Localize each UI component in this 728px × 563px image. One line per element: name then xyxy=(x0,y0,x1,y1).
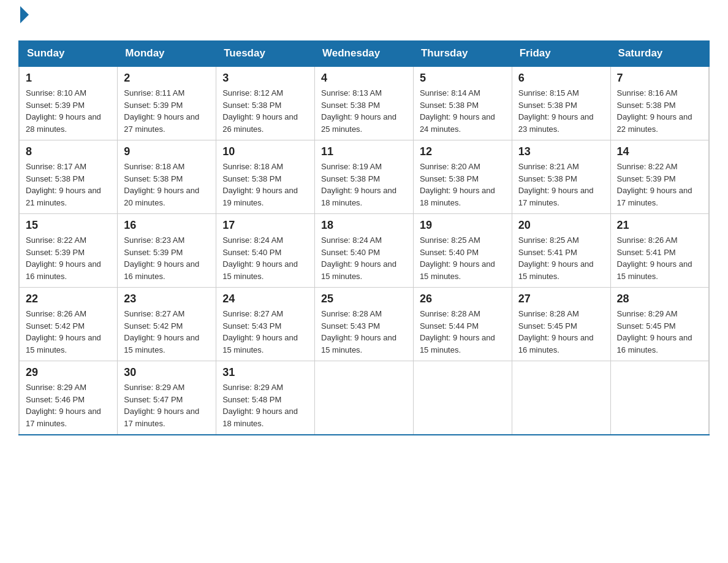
day-info: Sunrise: 8:19 AMSunset: 5:38 PMDaylight:… xyxy=(321,161,407,209)
calendar-cell xyxy=(610,361,709,435)
calendar-cell: 11Sunrise: 8:19 AMSunset: 5:38 PMDayligh… xyxy=(315,140,414,214)
day-number: 1 xyxy=(26,72,111,85)
day-info: Sunrise: 8:25 AMSunset: 5:40 PMDaylight:… xyxy=(420,234,506,282)
calendar-week-row: 29Sunrise: 8:29 AMSunset: 5:46 PMDayligh… xyxy=(19,361,709,435)
calendar-day-header: Wednesday xyxy=(315,41,414,67)
day-number: 6 xyxy=(518,72,604,85)
day-info: Sunrise: 8:21 AMSunset: 5:38 PMDaylight:… xyxy=(518,161,604,209)
day-number: 31 xyxy=(222,366,308,379)
day-info: Sunrise: 8:18 AMSunset: 5:38 PMDaylight:… xyxy=(222,161,308,209)
calendar-cell: 26Sunrise: 8:28 AMSunset: 5:44 PMDayligh… xyxy=(413,288,512,361)
day-info: Sunrise: 8:26 AMSunset: 5:41 PMDaylight:… xyxy=(617,234,702,282)
calendar-day-header: Thursday xyxy=(413,41,512,67)
day-info: Sunrise: 8:26 AMSunset: 5:42 PMDaylight:… xyxy=(26,308,111,356)
day-info: Sunrise: 8:25 AMSunset: 5:41 PMDaylight:… xyxy=(518,234,604,282)
day-number: 9 xyxy=(124,145,210,158)
calendar-cell xyxy=(315,361,414,435)
day-info: Sunrise: 8:12 AMSunset: 5:38 PMDaylight:… xyxy=(222,87,308,135)
day-number: 25 xyxy=(321,293,407,305)
day-number: 12 xyxy=(420,145,506,158)
day-info: Sunrise: 8:11 AMSunset: 5:39 PMDaylight:… xyxy=(124,87,210,135)
logo-arrow-icon xyxy=(20,6,29,23)
calendar-cell: 23Sunrise: 8:27 AMSunset: 5:42 PMDayligh… xyxy=(118,288,216,361)
day-info: Sunrise: 8:24 AMSunset: 5:40 PMDaylight:… xyxy=(222,234,308,282)
calendar-cell xyxy=(512,361,610,435)
day-info: Sunrise: 8:28 AMSunset: 5:43 PMDaylight:… xyxy=(321,308,407,356)
calendar-cell: 4Sunrise: 8:13 AMSunset: 5:38 PMDaylight… xyxy=(315,66,414,140)
calendar-day-header: Tuesday xyxy=(216,41,315,67)
day-info: Sunrise: 8:23 AMSunset: 5:39 PMDaylight:… xyxy=(124,234,210,282)
calendar-cell xyxy=(413,361,512,435)
day-number: 15 xyxy=(26,219,111,232)
calendar-cell: 20Sunrise: 8:25 AMSunset: 5:41 PMDayligh… xyxy=(512,214,610,288)
day-info: Sunrise: 8:17 AMSunset: 5:38 PMDaylight:… xyxy=(26,161,111,209)
day-number: 8 xyxy=(26,145,111,158)
day-number: 29 xyxy=(26,366,111,379)
calendar-header-row: SundayMondayTuesdayWednesdayThursdayFrid… xyxy=(19,41,709,67)
calendar-week-row: 8Sunrise: 8:17 AMSunset: 5:38 PMDaylight… xyxy=(19,140,709,214)
calendar-cell: 27Sunrise: 8:28 AMSunset: 5:45 PMDayligh… xyxy=(512,288,610,361)
calendar-cell: 2Sunrise: 8:11 AMSunset: 5:39 PMDaylight… xyxy=(118,66,216,140)
day-number: 3 xyxy=(222,72,308,85)
calendar-cell: 8Sunrise: 8:17 AMSunset: 5:38 PMDaylight… xyxy=(19,140,118,214)
day-info: Sunrise: 8:18 AMSunset: 5:38 PMDaylight:… xyxy=(124,161,210,209)
day-info: Sunrise: 8:28 AMSunset: 5:44 PMDaylight:… xyxy=(420,308,506,356)
calendar-cell: 14Sunrise: 8:22 AMSunset: 5:39 PMDayligh… xyxy=(610,140,709,214)
day-number: 30 xyxy=(124,366,210,379)
calendar-table: SundayMondayTuesdayWednesdayThursdayFrid… xyxy=(18,40,710,435)
calendar-cell: 6Sunrise: 8:15 AMSunset: 5:38 PMDaylight… xyxy=(512,66,610,140)
calendar-cell: 9Sunrise: 8:18 AMSunset: 5:38 PMDaylight… xyxy=(118,140,216,214)
calendar-day-header: Monday xyxy=(118,41,216,67)
day-info: Sunrise: 8:29 AMSunset: 5:46 PMDaylight:… xyxy=(26,381,111,429)
page-header xyxy=(18,12,710,28)
calendar-cell: 25Sunrise: 8:28 AMSunset: 5:43 PMDayligh… xyxy=(315,288,414,361)
day-number: 2 xyxy=(124,72,210,85)
calendar-day-header: Friday xyxy=(512,41,610,67)
calendar-cell: 31Sunrise: 8:29 AMSunset: 5:48 PMDayligh… xyxy=(216,361,315,435)
day-number: 18 xyxy=(321,219,407,232)
day-number: 28 xyxy=(617,293,702,305)
calendar-cell: 19Sunrise: 8:25 AMSunset: 5:40 PMDayligh… xyxy=(413,214,512,288)
calendar-day-header: Sunday xyxy=(19,41,118,67)
day-info: Sunrise: 8:20 AMSunset: 5:38 PMDaylight:… xyxy=(420,161,506,209)
day-number: 10 xyxy=(222,145,308,158)
calendar-cell: 15Sunrise: 8:22 AMSunset: 5:39 PMDayligh… xyxy=(19,214,118,288)
calendar-cell: 16Sunrise: 8:23 AMSunset: 5:39 PMDayligh… xyxy=(118,214,216,288)
day-info: Sunrise: 8:24 AMSunset: 5:40 PMDaylight:… xyxy=(321,234,407,282)
day-info: Sunrise: 8:22 AMSunset: 5:39 PMDaylight:… xyxy=(617,161,702,209)
calendar-week-row: 15Sunrise: 8:22 AMSunset: 5:39 PMDayligh… xyxy=(19,214,709,288)
calendar-cell: 12Sunrise: 8:20 AMSunset: 5:38 PMDayligh… xyxy=(413,140,512,214)
calendar-cell: 7Sunrise: 8:16 AMSunset: 5:38 PMDaylight… xyxy=(610,66,709,140)
day-info: Sunrise: 8:29 AMSunset: 5:45 PMDaylight:… xyxy=(617,308,702,356)
day-number: 17 xyxy=(222,219,308,232)
calendar-cell: 22Sunrise: 8:26 AMSunset: 5:42 PMDayligh… xyxy=(19,288,118,361)
day-number: 5 xyxy=(420,72,506,85)
day-info: Sunrise: 8:15 AMSunset: 5:38 PMDaylight:… xyxy=(518,87,604,135)
calendar-cell: 10Sunrise: 8:18 AMSunset: 5:38 PMDayligh… xyxy=(216,140,315,214)
calendar-cell: 13Sunrise: 8:21 AMSunset: 5:38 PMDayligh… xyxy=(512,140,610,214)
day-number: 19 xyxy=(420,219,506,232)
calendar-cell: 21Sunrise: 8:26 AMSunset: 5:41 PMDayligh… xyxy=(610,214,709,288)
day-number: 13 xyxy=(518,145,604,158)
day-info: Sunrise: 8:29 AMSunset: 5:48 PMDaylight:… xyxy=(222,381,308,429)
day-info: Sunrise: 8:16 AMSunset: 5:38 PMDaylight:… xyxy=(617,87,702,135)
day-number: 11 xyxy=(321,145,407,158)
calendar-cell: 5Sunrise: 8:14 AMSunset: 5:38 PMDaylight… xyxy=(413,66,512,140)
calendar-cell: 1Sunrise: 8:10 AMSunset: 5:39 PMDaylight… xyxy=(19,66,118,140)
day-number: 26 xyxy=(420,293,506,305)
day-number: 20 xyxy=(518,219,604,232)
day-info: Sunrise: 8:29 AMSunset: 5:47 PMDaylight:… xyxy=(124,381,210,429)
day-info: Sunrise: 8:27 AMSunset: 5:43 PMDaylight:… xyxy=(222,308,308,356)
calendar-day-header: Saturday xyxy=(610,41,709,67)
day-info: Sunrise: 8:14 AMSunset: 5:38 PMDaylight:… xyxy=(420,87,506,135)
day-info: Sunrise: 8:13 AMSunset: 5:38 PMDaylight:… xyxy=(321,87,407,135)
calendar-cell: 18Sunrise: 8:24 AMSunset: 5:40 PMDayligh… xyxy=(315,214,414,288)
day-number: 4 xyxy=(321,72,407,85)
day-info: Sunrise: 8:27 AMSunset: 5:42 PMDaylight:… xyxy=(124,308,210,356)
day-number: 14 xyxy=(617,145,702,158)
day-number: 23 xyxy=(124,293,210,305)
day-number: 16 xyxy=(124,219,210,232)
calendar-cell: 28Sunrise: 8:29 AMSunset: 5:45 PMDayligh… xyxy=(610,288,709,361)
day-number: 21 xyxy=(617,219,702,232)
calendar-week-row: 22Sunrise: 8:26 AMSunset: 5:42 PMDayligh… xyxy=(19,288,709,361)
